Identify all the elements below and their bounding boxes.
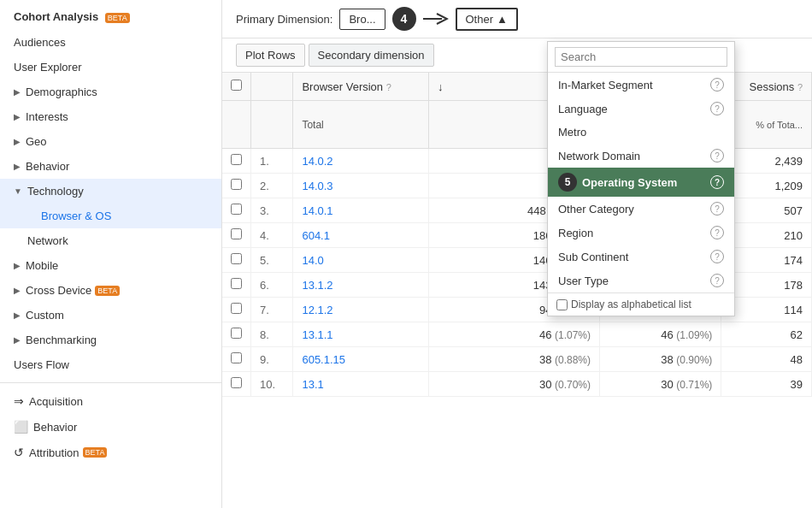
network-domain-help-icon[interactable]: ?: [710, 149, 724, 162]
cross-device-beta: BETA: [95, 286, 120, 296]
sidebar-item-geo[interactable]: ▶ Geo: [0, 129, 221, 154]
row-new-users: 46: [661, 328, 673, 341]
dropdown-item-sub-continent[interactable]: Sub Continent ?: [548, 245, 734, 269]
row-name-cell: 13.1: [293, 372, 429, 397]
row-number: 3.: [251, 198, 293, 223]
sidebar-item-behavior-main[interactable]: ⬜ Behavior: [0, 414, 221, 440]
row-checkbox[interactable]: [231, 377, 242, 388]
sidebar-item-user-explorer[interactable]: User Explorer: [0, 55, 221, 80]
row-name-cell: 14.0: [293, 248, 429, 273]
cross-device-label: Cross Device: [26, 284, 91, 297]
sidebar-item-cross-device[interactable]: ▶ Cross Device BETA: [0, 278, 221, 303]
other-category-label: Other Category: [558, 203, 634, 216]
sidebar-item-technology[interactable]: ▼ Technology: [0, 179, 221, 204]
sessions-help[interactable]: ?: [797, 82, 803, 92]
row-checkbox[interactable]: [231, 204, 242, 215]
metro-label: Metro: [558, 126, 586, 139]
row-value: 448: [527, 204, 546, 217]
alpha-checkbox[interactable]: [556, 299, 568, 310]
dropdown-item-user-type[interactable]: User Type ?: [548, 269, 734, 292]
row-checkbox[interactable]: [231, 278, 242, 289]
main-content: Primary Dimension: Bro... 4 Other ▲ Plot…: [222, 0, 812, 508]
row-name-link[interactable]: 14.0.3: [302, 180, 332, 192]
dropdown-item-in-market[interactable]: In-Market Segment ?: [548, 73, 734, 97]
primary-dimension-label: Primary Dimension:: [236, 13, 332, 26]
operating-system-help-icon[interactable]: ?: [710, 175, 724, 189]
sidebar-item-browser-os[interactable]: Browser & OS: [0, 204, 221, 228]
sidebar-item-benchmarking[interactable]: ▶ Benchmarking: [0, 328, 221, 352]
summary-sessions-pct: % of Tota...: [730, 120, 803, 130]
row-value: 30: [539, 378, 551, 391]
dropdown-item-other-category[interactable]: Other Category ?: [548, 197, 734, 221]
row-checkbox-cell: [222, 198, 251, 223]
sidebar-item-users-flow[interactable]: Users Flow: [0, 352, 221, 377]
row-value: 46: [539, 328, 551, 341]
user-type-help-icon[interactable]: ?: [710, 274, 724, 287]
plot-rows-button[interactable]: Plot Rows: [236, 44, 305, 67]
dropdown-item-network-domain[interactable]: Network Domain ?: [548, 144, 734, 168]
other-dimension-button[interactable]: Other ▲: [456, 8, 518, 31]
row-value-cell: 38 (0.88%): [429, 347, 600, 372]
browser-dimension-button[interactable]: Bro...: [339, 9, 385, 30]
region-help-icon[interactable]: ?: [710, 226, 724, 239]
row-checkbox[interactable]: [231, 228, 242, 239]
sub-continent-label: Sub Continent: [558, 251, 628, 263]
sidebar-item-attribution[interactable]: ↺ Attribution BETA: [0, 440, 221, 465]
row-pct: (0.70%): [555, 379, 591, 391]
acquisition-icon: ⇒: [14, 394, 24, 408]
sort-arrow[interactable]: ↓: [438, 80, 444, 93]
row-name-link[interactable]: 14.0.1: [302, 204, 332, 217]
row-name-link[interactable]: 605.1.15: [302, 353, 345, 366]
geo-chevron: ▶: [14, 137, 21, 146]
secondary-dimension-button[interactable]: Secondary dimension: [309, 44, 434, 67]
dropdown-item-metro[interactable]: Metro: [548, 121, 734, 144]
in-market-help-icon[interactable]: ?: [710, 78, 724, 92]
behavior-label: Behavior: [26, 160, 69, 173]
dropdown-item-language[interactable]: Language ?: [548, 97, 734, 121]
row-sessions-cell: 39: [721, 372, 812, 397]
row-sessions: 178: [784, 279, 803, 292]
row-checkbox[interactable]: [231, 253, 242, 264]
row-name-link[interactable]: 12.1.2: [302, 304, 332, 316]
sidebar-item-behavior[interactable]: ▶ Behavior: [0, 154, 221, 179]
mobile-chevron: ▶: [14, 261, 21, 270]
dropdown-search-input[interactable]: [555, 47, 727, 67]
row-number: 7.: [251, 298, 293, 322]
row-name-link[interactable]: 13.1.1: [302, 328, 332, 341]
select-all-checkbox[interactable]: [231, 80, 242, 91]
row-name-link[interactable]: 13.1.2: [302, 279, 332, 292]
sidebar-item-acquisition[interactable]: ⇒ Acquisition: [0, 388, 221, 414]
dropdown-item-operating-system[interactable]: 5 Operating System ?: [548, 168, 734, 197]
sidebar-item-network[interactable]: Network: [0, 228, 221, 253]
sidebar-item-interests[interactable]: ▶ Interests: [0, 104, 221, 129]
row-name-link[interactable]: 13.1: [302, 378, 323, 391]
row-checkbox-cell: [222, 223, 251, 248]
row-name-link[interactable]: 604.1: [302, 229, 330, 242]
row-checkbox[interactable]: [231, 303, 242, 314]
row-checkbox[interactable]: [231, 179, 242, 190]
row-checkbox[interactable]: [231, 154, 242, 165]
row-name-link[interactable]: 14.0: [302, 254, 323, 267]
row-sessions: 174: [784, 254, 803, 267]
step-5-label: 5: [565, 176, 571, 188]
browser-version-help[interactable]: ?: [386, 82, 391, 92]
row-checkbox[interactable]: [231, 328, 242, 339]
dropdown-menu: In-Market Segment ? Language ? Metro Net…: [547, 41, 735, 316]
cohort-beta-badge: BETA: [105, 13, 130, 23]
sidebar-item-custom[interactable]: ▶ Custom: [0, 303, 221, 328]
sidebar-item-demographics[interactable]: ▶ Demographics: [0, 80, 221, 104]
technology-chevron: ▼: [14, 186, 22, 196]
col-browser-version: Browser Version ?: [293, 73, 429, 101]
row-number: 2.: [251, 174, 293, 198]
sidebar-item-mobile[interactable]: ▶ Mobile: [0, 253, 221, 278]
dropdown-item-region[interactable]: Region ?: [548, 221, 734, 245]
language-help-icon[interactable]: ?: [710, 102, 724, 115]
other-category-help-icon[interactable]: ?: [710, 202, 724, 216]
mobile-label: Mobile: [26, 259, 58, 272]
row-checkbox[interactable]: [231, 352, 242, 363]
sub-continent-help-icon[interactable]: ?: [710, 250, 724, 263]
row-sessions-cell: 62: [721, 322, 812, 347]
row-name-link[interactable]: 14.0.2: [302, 155, 332, 168]
sidebar-item-audiences[interactable]: Audiences: [0, 30, 221, 55]
row-name-cell: 14.0.2: [293, 149, 429, 174]
